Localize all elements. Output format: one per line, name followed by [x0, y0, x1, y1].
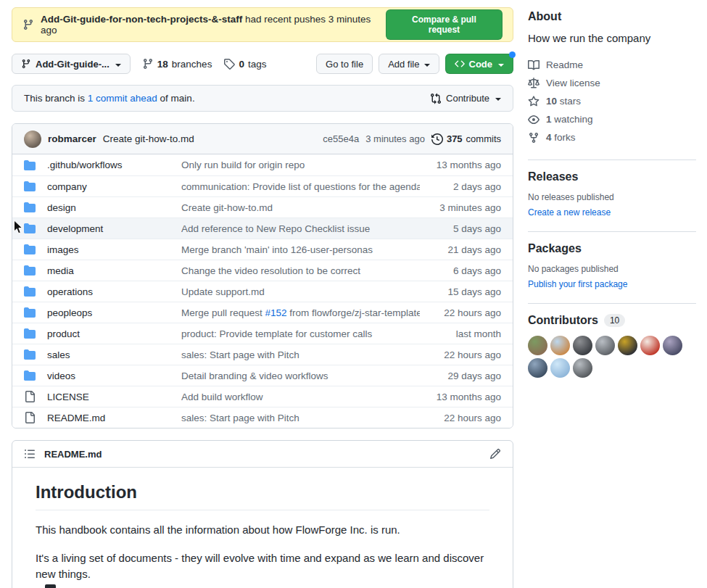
file-row[interactable]: LICENSEAdd build workflow13 months ago — [12, 386, 513, 407]
row-commit-message[interactable]: product: Provide template for customer c… — [181, 328, 420, 339]
list-icon[interactable] — [24, 448, 36, 460]
contributor-avatar[interactable] — [528, 358, 547, 378]
branches-link[interactable]: 18 branches — [142, 58, 212, 70]
folder-icon — [24, 160, 36, 171]
go-to-file-button[interactable]: Go to file — [316, 54, 373, 74]
commits-count: 375 — [447, 133, 463, 144]
repo-toolbar: Add-Git-guide-... 18 branches 0 tags Go … — [12, 54, 513, 74]
chevron-down-icon — [495, 98, 501, 104]
contributor-avatar[interactable] — [550, 358, 570, 378]
file-row[interactable]: videosDetail branding & video workflows2… — [12, 365, 513, 386]
file-name[interactable]: operations — [47, 286, 181, 297]
row-commit-date: 21 days ago — [420, 244, 501, 255]
row-commit-message[interactable]: Add build workflow — [181, 392, 420, 402]
sidebar-stat-readme[interactable]: Readme — [528, 56, 696, 74]
contributor-avatar[interactable] — [573, 358, 592, 378]
file-name[interactable]: design — [47, 202, 181, 213]
latest-commit-bar: robmarcer Create git-how-to.md ce55e4a 3… — [12, 124, 513, 154]
tags-link[interactable]: 0 tags — [223, 58, 266, 70]
add-file-button[interactable]: Add file — [379, 54, 439, 74]
file-row[interactable]: README.mdsales: Start page with Pitch22 … — [12, 407, 513, 428]
file-name[interactable]: LICENSE — [47, 392, 181, 402]
contributor-avatar[interactable] — [640, 336, 660, 355]
sidebar-stat-stars[interactable]: 10 stars — [528, 92, 696, 110]
commit-ahead-link[interactable]: 1 commit ahead — [88, 93, 157, 104]
file-name[interactable]: images — [47, 244, 181, 255]
create-release-link[interactable]: Create a new release — [528, 207, 611, 218]
status-text-pre: This branch is — [24, 93, 88, 104]
contributors-section: Contributors 10 — [528, 303, 696, 391]
row-commit-message[interactable]: Create git-how-to.md — [181, 202, 420, 213]
pull-request-link[interactable]: #152 — [265, 307, 287, 318]
file-name[interactable]: company — [47, 181, 181, 192]
row-commit-date: last month — [420, 328, 501, 339]
commit-sha[interactable]: ce55e4a — [323, 133, 359, 144]
avatar[interactable] — [24, 131, 41, 148]
file-name[interactable]: development — [47, 223, 181, 234]
row-commit-message[interactable]: Merge branch 'main' into 126-user-person… — [181, 244, 420, 255]
contributor-avatar[interactable] — [595, 336, 615, 355]
file-name[interactable]: peopleops — [47, 307, 181, 318]
file-row[interactable]: mediaChange the video resolution to be c… — [12, 260, 513, 281]
file-row[interactable]: designCreate git-how-to.md3 minutes ago — [12, 196, 513, 218]
file-row[interactable]: companycommunication: Provide list of qu… — [12, 175, 513, 196]
file-row[interactable]: salessales: Start page with Pitch22 hour… — [12, 344, 513, 365]
code-button[interactable]: Code — [445, 54, 514, 74]
row-commit-message[interactable]: Merge pull request #152 from flowforge/z… — [181, 307, 420, 318]
file-table: robmarcer Create git-how-to.md ce55e4a 3… — [12, 123, 513, 428]
publish-package-link[interactable]: Publish your first package — [528, 279, 627, 289]
file-row[interactable]: productproduct: Provide template for cus… — [12, 323, 513, 344]
file-row[interactable]: developmentAdd reference to New Repo Che… — [12, 218, 513, 239]
row-commit-date: 29 days ago — [420, 370, 501, 381]
contributor-avatar[interactable] — [550, 336, 570, 355]
contributor-avatar[interactable] — [663, 336, 682, 355]
branch-status-bar: This branch is 1 commit ahead of main. C… — [12, 85, 513, 112]
releases-empty-text: No releases published — [528, 192, 696, 202]
file-name[interactable]: media — [47, 265, 181, 276]
row-commit-message[interactable]: Update support.md — [181, 286, 420, 297]
sidebar-stat-forks[interactable]: 4 forks — [528, 128, 696, 146]
stat-text: 10 stars — [546, 96, 581, 107]
row-commit-message[interactable]: Change the video resolution to be correc… — [181, 265, 420, 276]
about-stats: ReadmeView license10 stars1 watching4 fo… — [528, 56, 696, 146]
sidebar-stat-view-license[interactable]: View license — [528, 74, 696, 92]
row-commit-message[interactable]: Only run build for origin repo — [181, 160, 420, 170]
contributors-title-text: Contributors — [528, 314, 598, 327]
contribute-button[interactable]: Contribute — [430, 93, 501, 104]
branch-selector[interactable]: Add-Git-guide-... — [12, 54, 131, 74]
releases-title: Releases — [528, 170, 696, 183]
file-name[interactable]: .github/workflows — [47, 160, 181, 170]
row-commit-message[interactable]: Detail branding & video workflows — [181, 370, 420, 381]
sidebar-stat-watching[interactable]: 1 watching — [528, 110, 696, 128]
contribute-label: Contribute — [446, 93, 489, 104]
file-row[interactable]: operationsUpdate support.md15 days ago — [12, 281, 513, 302]
readme-paragraph: This handbook contains all the informati… — [36, 522, 489, 539]
commit-author[interactable]: robmarcer — [48, 133, 96, 144]
file-row[interactable]: imagesMerge branch 'main' into 126-user-… — [12, 239, 513, 260]
row-commit-message[interactable]: communication: Provide list of questions… — [181, 181, 420, 192]
contributor-avatar[interactable] — [618, 336, 637, 355]
file-name[interactable]: videos — [47, 370, 181, 381]
row-commit-message[interactable]: Add reference to New Repo Checklist issu… — [181, 223, 420, 234]
law-icon — [528, 78, 539, 89]
folder-icon — [24, 244, 36, 255]
row-commit-message[interactable]: sales: Start page with Pitch — [181, 413, 420, 423]
row-commit-message[interactable]: sales: Start page with Pitch — [181, 349, 420, 360]
commit-message[interactable]: Create git-how-to.md — [103, 133, 194, 144]
contributor-avatar[interactable] — [573, 336, 592, 355]
chevron-down-icon — [424, 64, 430, 70]
readme-content: Introduction This handbook contains all … — [12, 468, 513, 588]
file-name[interactable]: sales — [47, 349, 181, 360]
commits-history-link[interactable]: 375 commits — [431, 133, 501, 145]
commit-meta: ce55e4a 3 minutes ago 375 commits — [323, 133, 501, 145]
contributor-avatar[interactable] — [528, 336, 547, 355]
file-row[interactable]: .github/workflowsOnly run build for orig… — [12, 154, 513, 175]
pencil-icon[interactable] — [489, 448, 501, 460]
file-icon — [24, 412, 36, 423]
file-name[interactable]: README.md — [47, 413, 181, 423]
repo-main-column: Add-Git-guide-for-non-tech-projects-&-st… — [12, 0, 513, 588]
compare-pull-request-button[interactable]: Compare & pull request — [386, 9, 503, 40]
file-row[interactable]: peopleopsMerge pull request #152 from fl… — [12, 302, 513, 323]
notification-dot — [509, 51, 516, 58]
file-name[interactable]: product — [47, 328, 181, 339]
